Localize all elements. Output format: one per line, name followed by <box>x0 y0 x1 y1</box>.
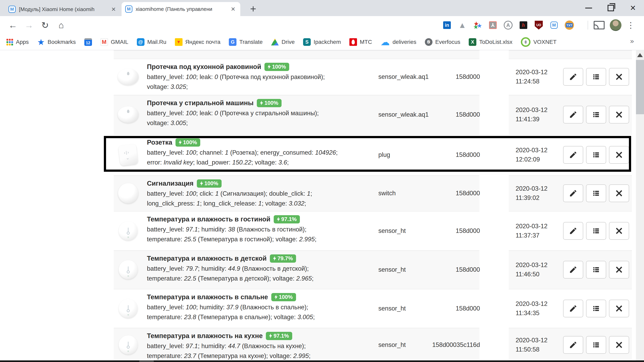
bookmark-label: Everfocus <box>435 39 460 45</box>
bookmark-mail.ru[interactable]: @Mail.Ru <box>137 38 166 46</box>
cast-icon[interactable] <box>594 21 604 29</box>
extension-drive-shortcut-icon[interactable]: ▲ <box>457 20 468 30</box>
details-button[interactable] <box>586 68 606 86</box>
extension-photos-stars-icon[interactable]: ★★★ <box>472 20 483 30</box>
back-icon[interactable]: ← <box>6 16 20 34</box>
majordomo-favicon-icon: M <box>125 5 132 13</box>
delete-button[interactable] <box>609 184 629 202</box>
details-button[interactable] <box>586 222 606 240</box>
device-row: Температура и влажность в детской79.7%ba… <box>0 250 644 289</box>
tab-close-icon[interactable]: ✕ <box>230 6 237 12</box>
battery-badge: 97.1% <box>266 332 292 340</box>
tab-xiaomi-module[interactable]: M [Модуль] Xiaomi Home (xiaomih ✕ <box>5 2 121 16</box>
delete-button[interactable] <box>609 300 629 317</box>
edit-button[interactable] <box>563 336 583 354</box>
home-icon[interactable]: ⌂ <box>54 16 68 34</box>
device-timestamp: 2020-03-1211:50:58 <box>516 336 548 354</box>
delete-button[interactable] <box>609 222 629 240</box>
close-button[interactable]: ✕ <box>622 0 644 16</box>
bookmark-deliveries[interactable]: ☁deliveries <box>380 37 416 47</box>
timestamp-time: 11:50:58 <box>516 345 548 354</box>
bookmark-яндекс-почта[interactable]: ▼Яндекс почта <box>175 38 220 46</box>
edit-button[interactable] <box>563 146 583 164</box>
row-actions <box>563 222 629 240</box>
profile-avatar[interactable] <box>610 19 622 31</box>
extension-cookies-txt-icon[interactable]: TXT <box>564 20 574 30</box>
bookmark-todolist.xlsx[interactable]: XToDoList.xlsx <box>469 38 512 46</box>
tab-close-icon[interactable]: ✕ <box>110 6 117 13</box>
device-properties: battery_level: 100; channel: 1 (Розетка)… <box>147 148 374 157</box>
device-row: ‹|›⌄Розетка100%battery_level: 100; chann… <box>0 134 644 175</box>
edit-button[interactable] <box>563 106 583 123</box>
device-properties: battery_level: 100; leak: 0 (Протечка по… <box>147 72 374 82</box>
device-title: Температура и влажность в спальне100% <box>147 292 374 302</box>
extension-majordomo-icon[interactable]: M <box>549 20 559 30</box>
scroll-up-arrow[interactable] <box>637 53 643 57</box>
round-switch-icon <box>116 183 140 203</box>
excel-icon: X <box>469 38 476 46</box>
edit-button[interactable] <box>563 222 583 240</box>
new-tab-button[interactable]: + <box>248 3 259 14</box>
battery-badge: 79.7% <box>270 254 296 263</box>
timestamp-date: 2020-03-12 <box>516 184 548 193</box>
delete-button[interactable] <box>609 261 629 279</box>
details-button[interactable] <box>586 106 606 123</box>
battery-badge: 100% <box>197 179 222 188</box>
timestamp-date: 2020-03-12 <box>516 299 548 309</box>
extension-linkedin-icon[interactable]: in <box>442 20 452 30</box>
scrollbar-thumb[interactable] <box>636 60 644 114</box>
edit-button[interactable] <box>563 68 583 86</box>
bookmarks-overflow-icon[interactable]: » <box>630 37 634 45</box>
battery-value: 100% <box>183 140 197 145</box>
details-button[interactable] <box>586 261 606 279</box>
extension-h-black-icon[interactable]: h <box>518 20 529 30</box>
tab-xiaomihome-panel[interactable]: M xiaomihome (Панель управлени ✕ <box>122 2 240 16</box>
details-button[interactable] <box>586 300 606 317</box>
everfocus-icon: Ꞩ <box>425 38 432 46</box>
calendar-12-icon: 12 <box>84 38 92 46</box>
extension-circle-a-icon[interactable]: A <box>503 20 514 30</box>
device-title: Температура и влажность в гостиной97.1% <box>147 214 374 224</box>
bookmark-ipackchem[interactable]: SIpackchem <box>303 38 341 46</box>
circle-a-icon: A <box>504 21 512 29</box>
bookmark-drive[interactable]: Drive <box>271 39 295 45</box>
bookmark-everfocus[interactable]: ꞨEverfocus <box>425 38 460 46</box>
device-timestamp: 2020-03-1211:39:02 <box>516 184 548 203</box>
device-title: Температура и влажность в детской79.7% <box>147 253 374 264</box>
extension-acrobat-icon[interactable]: ⅄ <box>488 20 498 30</box>
bookmark-gmail[interactable]: MGMAIL <box>100 38 128 46</box>
bookmark-label: Drive <box>282 39 295 45</box>
bookmark-apps[interactable]: Apps <box>6 39 29 45</box>
device-timestamp: 2020-03-1211:46:50 <box>516 260 548 279</box>
details-button[interactable] <box>586 336 606 354</box>
device-properties: temperature: 23.8 (Температура в спальне… <box>147 312 374 322</box>
edit-button[interactable] <box>563 300 583 317</box>
bookmark-bookmarks[interactable]: ★Bookmarks <box>37 37 76 47</box>
delete-button[interactable] <box>609 336 629 354</box>
minimize-button[interactable] <box>578 0 600 16</box>
extension-ublock-origin-icon[interactable]: UO <box>534 20 544 30</box>
bookmark-calendar-12[interactable]: 12 <box>84 38 92 46</box>
reload-icon[interactable]: ↻ <box>38 16 52 34</box>
device-id: 158d000 <box>425 73 480 80</box>
delete-button[interactable] <box>609 146 629 164</box>
row-stripe <box>114 50 480 59</box>
edit-button[interactable] <box>563 261 583 279</box>
edit-button[interactable] <box>563 184 583 202</box>
delete-button[interactable] <box>609 106 629 123</box>
details-button[interactable] <box>586 146 606 164</box>
device-properties: error: Invalid key; load_power: 150.22; … <box>147 157 374 167</box>
details-button[interactable] <box>586 184 606 202</box>
bookmark-мтс[interactable]: МТС <box>349 38 372 46</box>
scrollbar[interactable] <box>636 50 644 362</box>
restore-button[interactable] <box>600 0 622 16</box>
bookmark-translate[interactable]: GTranslate <box>229 38 263 46</box>
bookmarks-bar: Apps★Bookmarks12MGMAIL@Mail.Ru▼Яндекс по… <box>0 34 644 50</box>
delete-button[interactable] <box>609 68 629 86</box>
plug-icon: ‹|›⌄ <box>116 145 140 165</box>
yandex-mail-icon: ▼ <box>175 38 182 46</box>
device-name: Протечка у стиральной машины <box>147 98 254 108</box>
browser-menu-icon[interactable]: ⋮ <box>627 20 635 30</box>
bookmark-label: Ipackchem <box>314 39 341 45</box>
bookmark-voxnet[interactable]: VOXNET <box>521 37 556 47</box>
